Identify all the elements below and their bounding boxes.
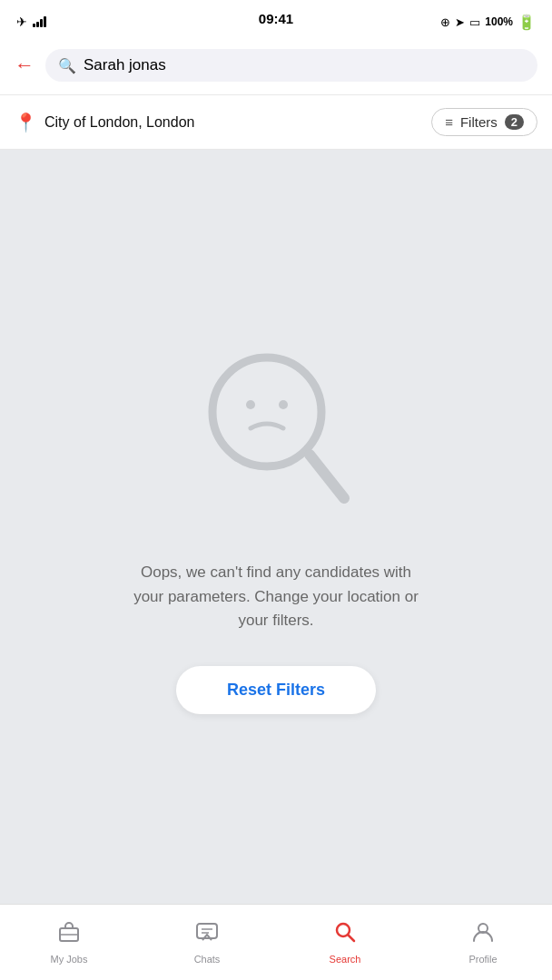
search-bar-area: ← 🔍 Sarah jonas (0, 40, 552, 95)
status-time: 09:41 (259, 11, 293, 26)
svg-point-0 (212, 358, 321, 466)
filters-badge: 2 (505, 114, 524, 130)
svg-line-3 (310, 455, 344, 498)
svg-point-1 (246, 400, 255, 409)
signal-icon (33, 16, 46, 27)
search-input-wrapper[interactable]: 🔍 Sarah jonas (45, 49, 537, 82)
nav-label-my-jobs: My Jobs (51, 954, 88, 965)
status-left: ✈ (16, 15, 46, 29)
nav-item-chats[interactable]: Chats (138, 905, 276, 971)
screen-icon: ▭ (469, 15, 480, 29)
nav-item-search[interactable]: Search (276, 905, 414, 971)
nav-item-profile[interactable]: Profile (414, 905, 552, 971)
nav-label-chats: Chats (194, 954, 221, 965)
location-left: 📍 City of London, London (15, 112, 194, 133)
battery-icon: 🔋 (518, 14, 536, 31)
svg-rect-6 (197, 924, 217, 938)
svg-point-2 (279, 400, 288, 409)
search-icon: 🔍 (58, 57, 76, 74)
navigation-icon: ➤ (455, 15, 465, 29)
location-pin-icon: 📍 (15, 112, 37, 133)
filters-label: Filters (460, 114, 498, 130)
svg-line-10 (349, 936, 355, 942)
person-icon (471, 920, 495, 950)
location-arrow-icon: ⊕ (440, 15, 450, 29)
filters-button[interactable]: ≡ Filters 2 (431, 108, 537, 136)
main-content: Oops, we can't find any candidates with … (0, 150, 552, 904)
bottom-nav: My Jobs Chats Search Pr (0, 904, 552, 980)
status-bar: ✈ 09:41 ⊕ ➤ ▭ 100% 🔋 (0, 0, 552, 40)
back-button[interactable]: ← (15, 54, 34, 77)
location-bar: 📍 City of London, London ≡ Filters 2 (0, 95, 552, 150)
filters-icon: ≡ (445, 114, 453, 130)
nav-label-profile: Profile (468, 954, 497, 965)
search-nav-icon (333, 920, 357, 950)
chat-icon (195, 920, 219, 950)
search-query: Sarah jonas (84, 56, 166, 74)
nav-item-my-jobs[interactable]: My Jobs (0, 905, 138, 971)
empty-state-illustration (194, 339, 358, 524)
battery-percentage: 100% (485, 15, 513, 28)
airplane-icon: ✈ (16, 15, 27, 29)
reset-filters-button[interactable]: Reset Filters (176, 666, 376, 714)
empty-state-message: Oops, we can't find any candidates with … (131, 561, 421, 632)
nav-label-search: Search (330, 954, 361, 965)
location-text: City of London, London (44, 114, 194, 131)
briefcase-icon (57, 920, 81, 950)
status-right: ⊕ ➤ ▭ 100% 🔋 (440, 14, 536, 31)
